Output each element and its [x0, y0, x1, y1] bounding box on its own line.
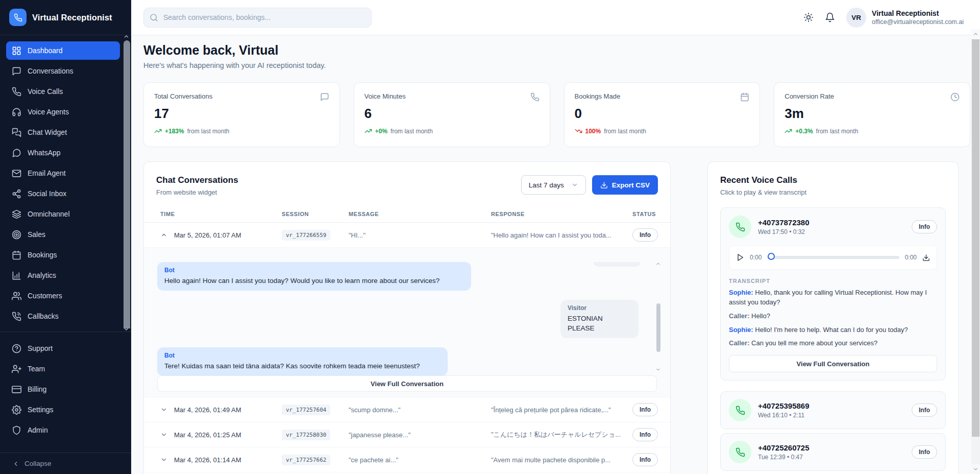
table-row[interactable]: Mar 4, 2026, 01:49 AM vr_177257604 "scum… [144, 397, 670, 422]
speaker-text: Hello? [751, 312, 770, 320]
bubble-role: Bot [164, 267, 464, 274]
row-message: "japanesse please..." [349, 431, 491, 439]
table-row[interactable]: Mar 4, 2026, 01:25 AM vr_177258030 "japa… [144, 422, 670, 447]
sidebar-item-callbacks[interactable]: Callbacks [6, 307, 120, 325]
stat-delta-note: from last month [390, 128, 433, 135]
row-response: "Avem mai multe pachete disponibile p... [491, 456, 632, 464]
sidebar-item-voice-agents[interactable]: Voice Agents [6, 103, 120, 121]
sidebar-scroll-down-icon[interactable] [123, 326, 130, 333]
stat-delta-value: +183% [165, 128, 184, 135]
calendar-icon [740, 92, 749, 102]
brand-name: Virtual Receptionist [32, 13, 112, 22]
stat-label: Total Conversations [154, 92, 329, 100]
sidebar-item-support[interactable]: Support [6, 339, 120, 358]
speaker-text: Hello! I'm here to help. What can I do f… [755, 326, 908, 334]
view-full-conversation-button[interactable]: View Full Conversation [729, 355, 937, 372]
sidebar-item-sales[interactable]: Sales [6, 225, 120, 244]
page-scrollbar-thumb[interactable] [972, 39, 979, 437]
stat-value: 0 [575, 106, 750, 122]
user-plus-icon [12, 364, 21, 374]
info-button[interactable]: Info [912, 404, 937, 417]
info-button[interactable]: Info [912, 220, 937, 233]
conversation-scrollbar-thumb[interactable] [656, 303, 660, 352]
stat-delta: +183% from last month [154, 127, 329, 135]
date-range-select[interactable]: Last 7 days [521, 175, 586, 195]
info-button[interactable]: Info [632, 428, 658, 441]
column-session: SESSION [282, 211, 349, 217]
sidebar-item-voice-calls[interactable]: Voice Calls [6, 82, 120, 101]
page-scroll-up-button[interactable] [971, 29, 980, 39]
page-scrollbar[interactable] [971, 29, 980, 474]
info-button[interactable]: Info [912, 445, 937, 459]
chevron-down-icon [160, 456, 167, 463]
download-button[interactable] [922, 254, 930, 262]
notifications-button[interactable] [825, 12, 835, 22]
stat-delta: +0% from last month [364, 127, 540, 135]
session-badge: vr_177258030 [282, 430, 330, 440]
session-badge: vr_177257604 [282, 405, 330, 415]
scroll-down-icon[interactable] [655, 367, 661, 372]
view-full-conversation-button[interactable]: View Full Conversation [157, 375, 657, 392]
sidebar-item-whatsapp[interactable]: WhatsApp [6, 144, 120, 162]
scroll-up-icon[interactable] [655, 261, 661, 267]
conversation-scrollbar[interactable] [655, 262, 662, 370]
sidebar-item-omnichannel[interactable]: Omnichannel [6, 205, 120, 223]
sidebar-item-bookings[interactable]: Bookings [6, 246, 120, 264]
page-scroll-down-button[interactable] [971, 464, 980, 474]
sidebar-secondary-nav: Support Team Billing Settings Admin [0, 331, 131, 444]
column-response: RESPONSE [491, 211, 632, 217]
chevron-down-icon [571, 181, 578, 188]
sidebar-item-customers[interactable]: Customers [6, 287, 120, 305]
chevron-down-icon [160, 431, 167, 438]
elapsed-time: 0:00 [750, 254, 762, 261]
row-time: Mar 5, 2026, 01:07 AM [174, 231, 241, 239]
bubble-text: ESTONIAN PLEASE [568, 314, 631, 334]
seek-knob[interactable] [768, 253, 775, 260]
info-button[interactable]: Info [632, 453, 658, 466]
row-message: "scump domne..." [349, 406, 491, 414]
sidebar-item-email-agent[interactable]: Email Agent [6, 164, 120, 182]
recent-voice-calls-panel: Recent Voice Calls Click to play & view … [707, 161, 959, 474]
speaker-name: Caller: [729, 312, 749, 320]
call-number: +40725395869 [758, 401, 810, 410]
table-row[interactable]: Mar 4, 2026, 01:14 AM vr_177257662 "ce p… [144, 447, 670, 472]
sidebar-item-social-inbox[interactable]: Social Inbox [6, 184, 120, 203]
export-csv-button[interactable]: Export CSV [592, 175, 658, 195]
user-menu[interactable]: VR Virtual Receptionist office@virtualre… [846, 8, 964, 28]
sidebar: Virtual Receptionist Dashboard Conversat… [0, 0, 131, 474]
sidebar-scrollbar-thumb[interactable] [124, 40, 130, 328]
target-icon [12, 230, 21, 240]
conversation-scroll-area[interactable]: Bot Hello again! How can I assist you to… [150, 262, 664, 370]
speaker-text: Hello, thank you for calling Virtual Rec… [729, 289, 927, 306]
sidebar-item-admin[interactable]: Admin [6, 421, 120, 439]
sidebar-item-dashboard[interactable]: Dashboard [6, 41, 120, 60]
sidebar-item-conversations[interactable]: Conversations [6, 62, 120, 80]
avatar: VR [846, 8, 866, 28]
sidebar-item-billing[interactable]: Billing [6, 380, 120, 398]
info-button[interactable]: Info [632, 403, 658, 416]
sidebar-item-team[interactable]: Team [6, 360, 120, 378]
chevron-down-icon [160, 406, 167, 413]
voice-call-card[interactable]: +40737872380 Wed 17:50 • 0:32 Info 0:00 … [720, 207, 946, 381]
voice-call-card[interactable]: +40725260725 Tue 12:39 • 0:47 Info [720, 433, 946, 471]
search-icon [150, 13, 158, 22]
seek-slider[interactable] [767, 256, 899, 259]
table-row[interactable]: Mar 5, 2026, 01:07 AM vr_177266559 "HI..… [144, 223, 670, 248]
play-button[interactable] [736, 253, 744, 262]
stat-delta-value: +0.3% [795, 128, 813, 135]
page-title: Welcome back, Virtual [143, 43, 971, 58]
sidebar-item-chat-widget[interactable]: Chat Widget [6, 123, 120, 141]
sidebar-item-analytics[interactable]: Analytics [6, 266, 120, 285]
info-button[interactable]: Info [632, 228, 658, 242]
collapse-button[interactable]: Collapse [12, 460, 119, 467]
sidebar-item-label: Team [28, 365, 45, 373]
page-subtitle: Here's what's happening with your AI rec… [143, 61, 971, 69]
topbar-actions: VR Virtual Receptionist office@virtualre… [803, 8, 980, 28]
voice-call-card[interactable]: +40725395869 Wed 16:10 • 2:11 Info [720, 391, 946, 429]
voice-panel-title: Recent Voice Calls [720, 175, 946, 185]
sidebar-item-settings[interactable]: Settings [6, 400, 120, 419]
sidebar-scroll-up-icon[interactable] [123, 33, 130, 40]
search-input[interactable] [143, 8, 372, 28]
theme-toggle-button[interactable] [803, 12, 814, 22]
phone-icon [530, 92, 540, 102]
